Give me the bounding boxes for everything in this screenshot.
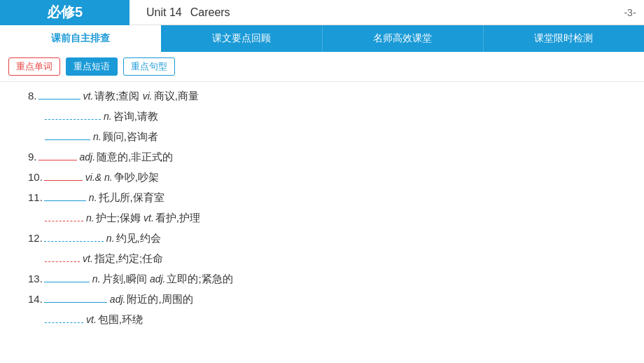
vocab-item-13: 13. n.片刻,瞬间 adj.立即的;紧急的 [28, 270, 630, 287]
logo: 必修5 [0, 0, 130, 25]
blank-14[interactable] [44, 302, 107, 303]
blank-12-1[interactable] [45, 261, 80, 262]
vocab-item-11-sub1: n.护士;保姆 vt.看护,护理 [45, 210, 630, 226]
vocab-item-11: 11. n.托儿所,保育室 [28, 189, 630, 206]
sub-nav: 重点单词 重点短语 重点句型 [0, 52, 644, 82]
unit-number: Unit 14 [146, 6, 182, 19]
vocab-item-12: 12. n.约见,约会 [28, 230, 630, 247]
blank-11-1[interactable] [45, 221, 83, 221]
pill-sentences[interactable]: 重点句型 [123, 57, 175, 76]
vocab-item-14: 14. adj.附近的,周围的 [28, 291, 630, 308]
tab-test[interactable]: 课堂限时检测 [484, 25, 644, 52]
blank-8-1[interactable] [45, 119, 101, 120]
blank-8[interactable] [38, 99, 80, 100]
blank-14-1[interactable] [45, 322, 83, 323]
tab-master[interactable]: 名师高效课堂 [323, 25, 484, 52]
nav-tabs: 课前自主排查 课文要点回顾 名师高效课堂 课堂限时检测 [0, 25, 644, 52]
vocab-item-10: 10. vi.& n.争吵,吵架 [28, 169, 630, 186]
tab-preview[interactable]: 课前自主排查 [0, 25, 161, 52]
page-number: -3- [616, 7, 644, 18]
vocab-item-14-sub1: vt.包围,环绕 [45, 311, 630, 328]
blank-8-2[interactable] [45, 139, 90, 140]
blank-9[interactable] [38, 160, 77, 160]
pill-keywords[interactable]: 重点单词 [8, 57, 60, 76]
tab-review[interactable]: 课文要点回顾 [161, 25, 322, 52]
unit-name: Careers [190, 6, 230, 19]
vocab-item-9: 9. adj.随意的,非正式的 [28, 149, 630, 165]
blank-12[interactable] [44, 241, 104, 242]
content-area: 8. vt.请教;查阅 vi.商议,商量 n.咨询,请教 n.顾问,咨询者 9.… [0, 82, 644, 363]
pill-phrases[interactable]: 重点短语 [66, 57, 118, 76]
vocab-item-8: 8. vt.请教;查阅 vi.商议,商量 [28, 88, 630, 104]
blank-13[interactable] [44, 282, 90, 282]
top-header: 必修5 Unit 14 Careers -3- [0, 0, 644, 25]
unit-title-area: Unit 14 Careers [130, 6, 616, 19]
vocab-item-8-sub2: n.顾问,咨询者 [45, 128, 630, 145]
vocab-item-8-sub1: n.咨询,请教 [45, 108, 630, 125]
blank-11[interactable] [44, 200, 86, 201]
blank-10[interactable] [44, 180, 83, 181]
vocab-item-12-sub1: vt.指定,约定;任命 [45, 250, 630, 267]
